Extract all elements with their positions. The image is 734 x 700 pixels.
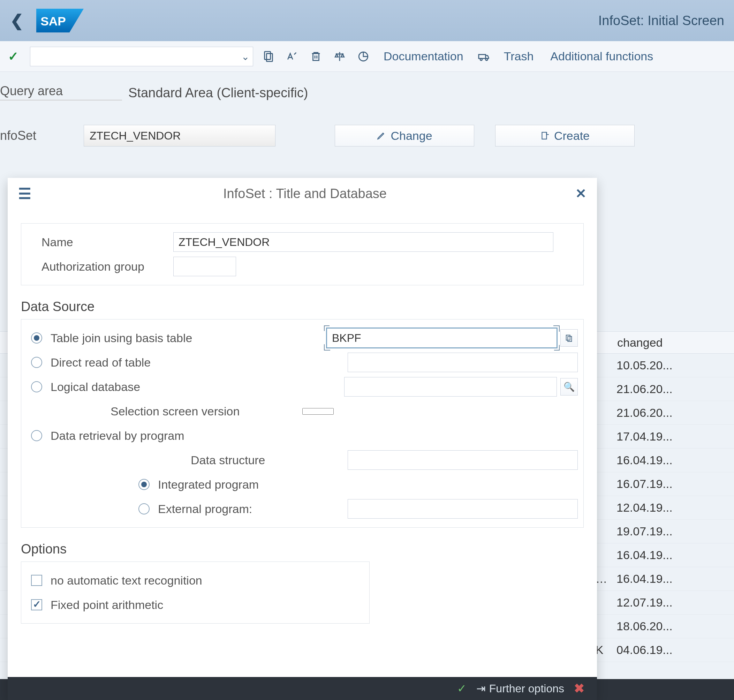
svg-rect-9 [542, 132, 546, 139]
row-col-changed: 18.06.20... [617, 619, 690, 633]
row-col-changed: 16.07.19... [617, 477, 690, 491]
row-col-changed: 17.04.19... [617, 430, 690, 443]
row-col-changed: 21.06.20... [617, 382, 690, 396]
row-col-changed: 16.04.19... [617, 453, 690, 467]
dialog-title: InfoSet : Title and Database [35, 186, 575, 201]
name-label: Name [27, 235, 173, 249]
sel-screen-input[interactable] [302, 408, 334, 415]
direct-read-input[interactable] [348, 353, 578, 372]
row-col-changed: 12.07.19... [617, 596, 690, 609]
svg-rect-6 [479, 54, 486, 58]
table-join-value-input[interactable] [327, 328, 557, 348]
trash-icon[interactable] [308, 48, 324, 65]
options-title: Options [21, 542, 584, 557]
dialog-title-and-database: ☰ InfoSet : Title and Database ✕ Name Au… [8, 178, 597, 700]
new-page-icon [540, 131, 549, 140]
chevron-down-icon[interactable]: ⌄ [241, 51, 249, 62]
change-button[interactable]: Change [335, 125, 474, 147]
header-bar: ❮ SAP InfoSet: Initial Screen [0, 0, 734, 41]
radio-integrated-program[interactable] [138, 479, 150, 490]
name-input[interactable] [173, 232, 553, 252]
transport-icon[interactable] [475, 48, 492, 65]
radio-integrated-program-label: Integrated program [158, 478, 259, 491]
cancel-icon[interactable]: ✖ [574, 681, 584, 696]
options-group: no automatic text recognition Fixed poin… [21, 562, 370, 624]
back-button[interactable]: ❮ [4, 8, 29, 33]
radio-table-join-label: Table join using basis table [51, 331, 192, 345]
radio-logical-db-label: Logical database [51, 380, 140, 394]
auth-group-input[interactable] [173, 257, 236, 276]
row-col-changed: 19.07.19... [617, 525, 690, 538]
radio-table-join[interactable] [31, 332, 42, 344]
row-col-changed: 16.04.19... [617, 572, 690, 585]
svg-point-8 [485, 58, 487, 60]
query-area-row: Query area Standard Area (Client-specifi… [0, 72, 734, 104]
row-col-changed: 21.06.20... [617, 406, 690, 419]
further-options-link[interactable]: ⇥ Further options [476, 682, 564, 695]
infoset-field[interactable]: ZTECH_VENDOR [84, 125, 276, 147]
data-source-group: Table join using basis table Direct read… [21, 319, 584, 528]
checkbox-fixed-point-label: Fixed point arithmetic [51, 598, 163, 612]
radio-direct-read-label: Direct read of table [51, 356, 151, 369]
create-button[interactable]: Create [495, 125, 635, 147]
dialog-header: ☰ InfoSet : Title and Database ✕ [8, 178, 597, 209]
auth-group-label: Authorization group [27, 260, 173, 274]
row-col-changed: 16.04.19... [617, 548, 690, 562]
close-icon[interactable]: ✕ [575, 186, 587, 201]
name-group: Name Authorization group [21, 223, 584, 285]
data-structure-input[interactable] [348, 450, 578, 470]
radio-external-program-label: External program: [158, 502, 252, 516]
svg-rect-4 [313, 53, 319, 60]
documentation-link[interactable]: Documentation [379, 50, 468, 63]
scales-icon[interactable] [331, 48, 348, 65]
ok-check-icon[interactable]: ✓ [6, 50, 20, 63]
data-structure-label: Data structure [191, 453, 265, 467]
col-changed-header: changed [617, 336, 662, 350]
radio-direct-read[interactable] [31, 357, 42, 368]
additional-functions-link[interactable]: Additional functions [545, 50, 658, 63]
sap-logo: SAP [36, 9, 84, 32]
svg-rect-3 [266, 53, 272, 62]
radio-logical-db[interactable] [31, 381, 42, 393]
checkbox-fixed-point[interactable] [31, 599, 42, 610]
value-help-icon[interactable] [560, 329, 578, 347]
sel-screen-label: Selection screen version [110, 404, 239, 418]
svg-point-7 [480, 58, 482, 60]
radio-program[interactable] [31, 430, 42, 441]
checkbox-no-auto-text[interactable] [31, 575, 42, 586]
toolbar: ✓ ⌄ Documentation Trash Additional funct… [0, 41, 734, 72]
row-col-changed: 04.06.19... [617, 643, 690, 657]
copy-icon[interactable] [260, 48, 277, 65]
infoset-row: nfoSet ZTECH_VENDOR Change Create [0, 104, 734, 147]
query-area-label: Query area [0, 84, 122, 100]
row-col-changed: 12.04.19... [617, 501, 690, 515]
data-source-title: Data Source [21, 299, 584, 314]
trash-link[interactable]: Trash [499, 50, 539, 63]
svg-rect-2 [265, 51, 270, 59]
expand-icon: ⇥ [476, 682, 486, 695]
accept-icon[interactable]: ✓ [457, 682, 467, 695]
query-area-value: Standard Area (Client-specific) [128, 85, 308, 100]
row-col-changed: 10.05.20... [617, 359, 690, 372]
target-icon[interactable] [355, 48, 372, 65]
rename-ab-icon[interactable] [284, 48, 301, 65]
external-program-input[interactable] [348, 499, 578, 519]
pencil-icon [377, 131, 386, 140]
dialog-footer: ✓ ⇥ Further options ✖ [8, 677, 597, 700]
infoset-label: nfoSet [0, 128, 84, 143]
logical-db-input[interactable] [344, 377, 557, 397]
radio-external-program[interactable] [138, 503, 150, 515]
svg-text:SAP: SAP [40, 14, 66, 28]
command-input[interactable]: ⌄ [30, 47, 253, 66]
search-help-icon[interactable]: 🔍 [560, 378, 578, 396]
page-title: InfoSet: Initial Screen [598, 13, 724, 28]
hamburger-icon[interactable]: ☰ [18, 185, 30, 202]
radio-program-label: Data retrieval by program [51, 429, 185, 443]
checkbox-no-auto-text-label: no automatic text recognition [51, 574, 202, 587]
